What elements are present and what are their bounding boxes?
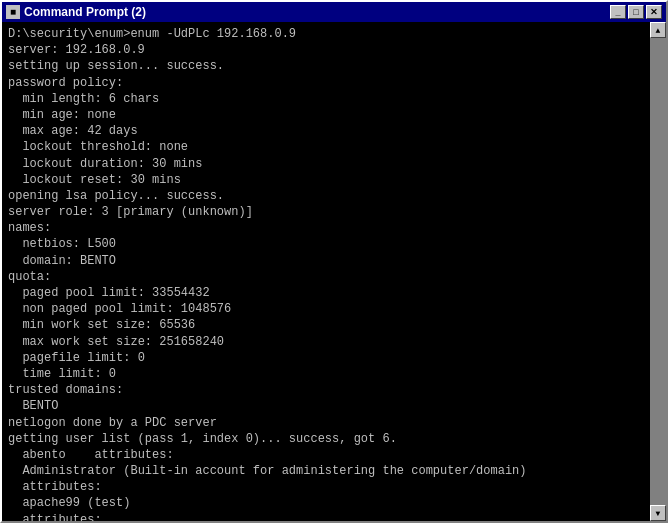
console-text: D:\security\enum>enum -UdPLc 192.168.0.9…: [8, 26, 644, 521]
icon-symbol: ■: [10, 7, 16, 18]
console-output[interactable]: D:\security\enum>enum -UdPLc 192.168.0.9…: [2, 22, 650, 521]
maximize-button[interactable]: □: [628, 5, 644, 19]
scroll-up-button[interactable]: ▲: [650, 22, 666, 38]
command-prompt-window: ■ Command Prompt (2) _ □ ✕ D:\security\e…: [0, 0, 668, 523]
scrollbar: ▲ ▼: [650, 22, 666, 521]
scroll-down-button[interactable]: ▼: [650, 505, 666, 521]
close-button[interactable]: ✕: [646, 5, 662, 19]
title-bar: ■ Command Prompt (2) _ □ ✕: [2, 2, 666, 22]
window-controls: _ □ ✕: [610, 5, 662, 19]
window-icon: ■: [6, 5, 20, 19]
scroll-track[interactable]: [650, 38, 666, 505]
window-title: Command Prompt (2): [24, 5, 610, 19]
minimize-button[interactable]: _: [610, 5, 626, 19]
console-wrapper: D:\security\enum>enum -UdPLc 192.168.0.9…: [2, 22, 666, 521]
